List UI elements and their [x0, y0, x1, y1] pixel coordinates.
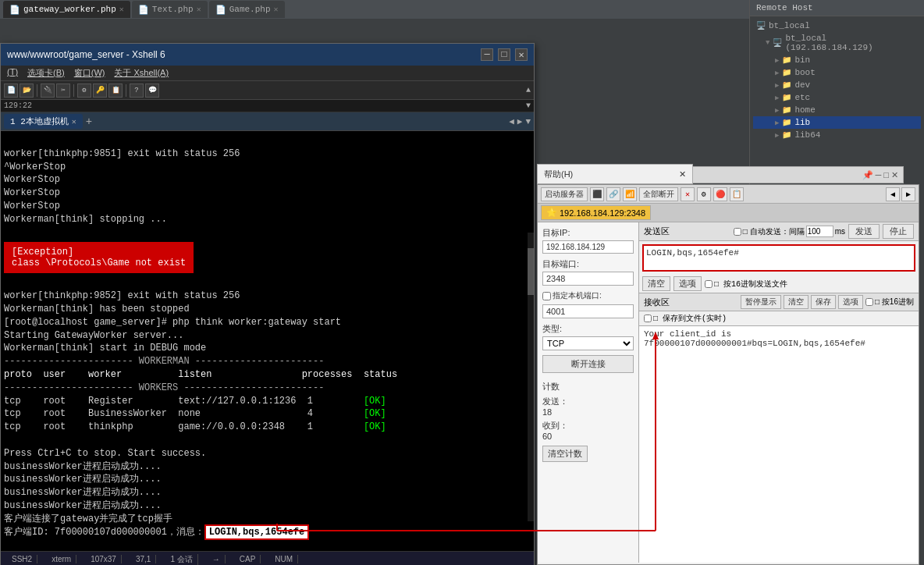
- folder-icon: 📁: [782, 105, 791, 115]
- term-line: Starting GatewayWorker server...: [4, 329, 531, 343]
- save-realtime-checkbox[interactable]: [644, 314, 652, 322]
- hex16-recv-label: □ 按16进制: [875, 297, 914, 307]
- tab-close-gateway[interactable]: ✕: [119, 5, 124, 14]
- term-line: ^WorkerStop: [4, 161, 531, 174]
- send-button[interactable]: 发送: [848, 224, 880, 239]
- auto-send-checkbox[interactable]: [734, 228, 741, 236]
- tab-text[interactable]: 📄 Text.php ✕: [132, 1, 208, 18]
- xshell-title: www/wwwroot/game_server - Xshell 6: [7, 49, 165, 60]
- terminal-scrollbar[interactable]: [528, 233, 534, 521]
- toolbar-key-button[interactable]: 🔑: [93, 84, 107, 98]
- term-header: proto user worker listen processes statu…: [4, 368, 531, 382]
- connect-icon[interactable]: 🔗: [606, 187, 620, 201]
- connect-button[interactable]: 断开连接: [542, 355, 634, 373]
- help-close-button[interactable]: ✕: [679, 169, 686, 179]
- stop-icon[interactable]: ⬛: [590, 187, 604, 201]
- pause-display-button[interactable]: 暂停显示: [741, 295, 781, 309]
- tree-item-home[interactable]: ▶ 📁 home: [753, 104, 921, 116]
- tree-item-boot[interactable]: ▶ 📁 boot: [753, 66, 921, 79]
- stop-button[interactable]: 停止: [883, 224, 914, 239]
- send-content-box[interactable]: LOGIN,bqs,1654efe#: [642, 244, 915, 272]
- specify-machine-label: 指定本机端口:: [553, 290, 602, 301]
- nav-right-button[interactable]: ▶: [517, 116, 523, 126]
- toolbar-transfer-button[interactable]: 📋: [108, 84, 123, 98]
- folder-icon: 📁: [782, 55, 791, 65]
- help-bar: 帮助(H) ✕: [537, 164, 693, 184]
- tcp-tab-label: 192.168.184.129:2348: [560, 208, 645, 218]
- type-select[interactable]: TCP: [542, 336, 634, 350]
- conn-minimize-button[interactable]: ─: [876, 170, 882, 180]
- tab-close-text[interactable]: ✕: [197, 5, 201, 14]
- log-icon[interactable]: 📋: [730, 187, 744, 201]
- recv-content-area[interactable]: Your client_id is 7f00000107d000000001#b…: [639, 326, 919, 563]
- hex16-recv-checkbox[interactable]: [865, 298, 873, 306]
- tree-server-node[interactable]: ▼ 🖥️ bt_local (192.168.184.129): [753, 32, 921, 54]
- term-worker-business: tcp root BusinessWorker none 4 [OK]: [4, 407, 531, 421]
- hex16-send-checkbox[interactable]: [705, 280, 713, 288]
- folder-icon: 📁: [782, 93, 791, 102]
- conn-maximize-button[interactable]: □: [883, 170, 889, 180]
- tab-gateway-worker[interactable]: 📄 gateway_worker.php ✕: [3, 1, 130, 18]
- disconnect-all-button[interactable]: 全部断开: [639, 187, 678, 201]
- menu-item-t[interactable]: (T): [7, 67, 18, 79]
- toolbar-help-button[interactable]: ?: [130, 84, 144, 98]
- help-label[interactable]: 帮助(H): [544, 169, 573, 180]
- delete-icon[interactable]: ✕: [681, 187, 695, 201]
- scrollbar-thumb[interactable]: [528, 248, 534, 295]
- xshell-close-button[interactable]: ✕: [515, 48, 528, 61]
- hex16-send-row: □ 按16进制发送文件: [705, 279, 787, 290]
- tab-close-game[interactable]: ✕: [274, 5, 279, 14]
- tcp-side-controls: ◀ ▶: [886, 187, 915, 201]
- toolbar-disconnect-button[interactable]: ✂: [56, 84, 70, 98]
- tree-item-dev[interactable]: ▶ 📁 dev: [753, 79, 921, 91]
- save-button[interactable]: 保存: [811, 295, 836, 309]
- options-button[interactable]: 选项: [838, 295, 863, 309]
- menu-item-window[interactable]: 窗口(W): [74, 67, 105, 79]
- interval-input[interactable]: [806, 226, 833, 237]
- recv-area-header: 接收区 暂停显示 清空 保存 选项 □ 按16进制: [639, 293, 919, 311]
- session-tab-close[interactable]: ✕: [72, 117, 76, 126]
- conn-pin-button[interactable]: 📌: [862, 170, 873, 180]
- tcp-tab-active[interactable]: ⭐ 192.168.184.129:2348: [541, 205, 651, 220]
- nav-scroll-button[interactable]: ▼: [525, 117, 531, 126]
- specify-machine-checkbox[interactable]: [542, 292, 551, 300]
- clear-count-button[interactable]: 清空计数: [542, 446, 588, 462]
- conn-close-button[interactable]: ✕: [891, 170, 898, 180]
- toolbar-connect-button[interactable]: 🔌: [41, 84, 55, 98]
- tree-item-lib[interactable]: ▶ 📁 lib: [753, 116, 921, 129]
- count-section-label: 计数: [542, 381, 634, 393]
- scroll-down-button[interactable]: ▼: [526, 101, 531, 110]
- xshell-titlebar[interactable]: www/wwwroot/game_server - Xshell 6 ─ □ ✕: [1, 44, 534, 66]
- terminal-content[interactable]: worker[thinkphp:9851] exit with status 2…: [1, 131, 534, 553]
- clear-recv-button[interactable]: 清空: [784, 295, 808, 309]
- toolbar-new-button[interactable]: 📄: [4, 84, 18, 98]
- status-sessions: 1 会话: [165, 554, 197, 565]
- term-worker-register: tcp root Register text://127.0.0.1:1236 …: [4, 395, 531, 408]
- clear-send-button[interactable]: 清空: [642, 276, 670, 291]
- send-options-button[interactable]: 选项: [673, 276, 702, 291]
- session-add-button[interactable]: +: [86, 115, 92, 128]
- tree-collapsed-icon: ▶: [775, 81, 779, 90]
- term-line: businessWorker进程启动成功....: [4, 486, 531, 499]
- menu-item-options[interactable]: 选项卡(B): [27, 67, 65, 79]
- target-ip-label: 目标IP:: [542, 227, 634, 239]
- toolbar-settings-button[interactable]: ⚙: [77, 84, 91, 98]
- xshell-minimize-button[interactable]: ─: [481, 48, 493, 61]
- tree-item-etc[interactable]: ▶ 📁 etc: [753, 91, 921, 104]
- scroll-up-button[interactable]: ▲: [526, 86, 531, 94]
- tree-collapsed-icon: ▶: [775, 119, 779, 127]
- toolbar-chat-button[interactable]: 💬: [145, 84, 159, 98]
- status-icon[interactable]: 📶: [623, 187, 637, 201]
- session-tab-local[interactable]: 1 2本地虚拟机 ✕: [4, 114, 83, 129]
- start-server-button[interactable]: 启动服务器: [541, 187, 588, 201]
- tcp-nav-right[interactable]: ▶: [901, 187, 915, 201]
- xshell-maximize-button[interactable]: □: [498, 48, 510, 61]
- nav-left-button[interactable]: ◀: [509, 116, 514, 126]
- menu-item-about[interactable]: 关于 Xshell(A): [114, 67, 169, 79]
- tab-game[interactable]: 📄 Game.php ✕: [209, 1, 285, 18]
- settings-icon[interactable]: ⚙: [697, 187, 711, 201]
- tree-item-lib64[interactable]: ▶ 📁 lib64: [753, 129, 921, 141]
- tcp-nav-left[interactable]: ◀: [886, 187, 900, 201]
- toolbar-open-button[interactable]: 📂: [20, 84, 34, 98]
- tree-item-bin[interactable]: ▶ 📁 bin: [753, 54, 921, 66]
